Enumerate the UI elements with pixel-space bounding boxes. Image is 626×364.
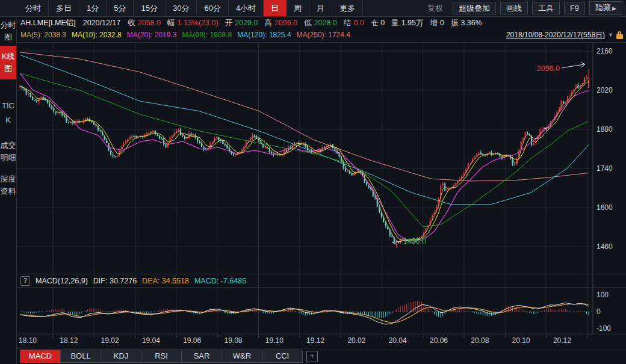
svg-text:1880: 1880	[597, 125, 613, 134]
period-tab-30min[interactable]: 30分	[166, 0, 197, 16]
indicator-tab-wr[interactable]: W&R	[222, 350, 262, 363]
svg-text:19.02: 19.02	[101, 336, 119, 345]
period-tab-15min[interactable]: 15分	[134, 0, 165, 16]
date-range-group: 2018/10/08-2020/12/17(558日) ▼	[506, 30, 626, 40]
quote-date: 2020/12/17	[83, 19, 121, 27]
period-tab-more[interactable]: 更多	[332, 0, 363, 16]
period-tab-day[interactable]: 日	[264, 0, 287, 16]
svg-text:19.04: 19.04	[142, 336, 160, 345]
sidebar-item-fenshitu[interactable]: 分时图	[0, 19, 16, 43]
svg-text:20.02: 20.02	[347, 336, 365, 345]
tools-button[interactable]: 工具	[532, 2, 560, 14]
quote-field-volume: 量1.95万	[391, 18, 423, 28]
svg-text:1460: 1460	[597, 242, 613, 251]
svg-text:1455.0: 1455.0	[403, 237, 426, 245]
svg-text:100: 100	[597, 291, 609, 299]
svg-text:20.12: 20.12	[553, 336, 571, 345]
ma-legend-5: MA(5): 2038.3	[20, 31, 66, 39]
sidebar-item-trade-detail[interactable]: 成交明细	[0, 140, 16, 164]
indicator-tab-rsi[interactable]: RSI	[141, 350, 182, 363]
quote-field-change: 幅1.13%(23.0)	[167, 18, 218, 28]
svg-text:1740: 1740	[597, 164, 613, 173]
ma-legend-250: MA(250): 1724.4	[297, 31, 350, 39]
svg-text:20.10: 20.10	[512, 336, 530, 345]
indicator-tab-cci[interactable]: CCI	[262, 350, 303, 363]
quote-field-increase: 增0	[430, 18, 444, 28]
ma-legend-10: MA(10): 2032.8	[72, 31, 122, 39]
quote-field-settle: 结0.0	[344, 18, 364, 28]
trading-terminal: 2160202018801740160014601000-10018.1018.…	[0, 0, 626, 364]
svg-text:19.10: 19.10	[265, 336, 284, 345]
symbol-name: AH.LME[LME铝]	[20, 18, 76, 28]
svg-text:20.04: 20.04	[389, 336, 407, 345]
svg-text:19.12: 19.12	[306, 336, 324, 345]
period-tab-duori[interactable]: 多日	[49, 0, 79, 16]
ma-legend-120: MA(120): 1825.4	[237, 31, 291, 39]
ma-legend-row: MA(5): 2038.3 MA(10): 2032.8 MA(20): 201…	[17, 29, 626, 41]
period-tab-fenshi[interactable]: 分时	[18, 0, 49, 16]
quote-row: AH.LME[LME铝] 2020/12/17 收2058.0 幅1.13%(2…	[17, 17, 626, 29]
period-toolbar: 分时 多日 1分 5分 15分 30分 60分 4小时 日 周 月 更多 复权 …	[0, 0, 626, 17]
indicator-tabs-bar: MACD BOLL KDJ RSI SAR W&R CCI +	[17, 348, 626, 364]
period-tab-5min[interactable]: 5分	[107, 0, 134, 16]
quote-field-close: 收2058.0	[128, 18, 161, 28]
svg-text:20.08: 20.08	[471, 336, 489, 345]
ma-legend-20: MA(20): 2019.3	[127, 31, 177, 39]
date-range-selector[interactable]: 2018/10/08-2020/12/17(558日)	[506, 30, 605, 40]
indicator-tab-macd[interactable]: MACD	[20, 350, 61, 363]
quote-field-position: 仓0	[371, 18, 385, 28]
svg-text:18.12: 18.12	[60, 336, 78, 345]
quote-field-high: 高2096.0	[264, 18, 297, 28]
help-icon[interactable]: ?	[20, 276, 30, 286]
svg-text:19.06: 19.06	[183, 336, 201, 345]
toolbar-right-group: 复权 超级叠加 画线 工具 F9 隐藏▶	[422, 0, 626, 16]
indicator-tab-kdj[interactable]: KDJ	[101, 350, 141, 363]
ma-legend-60: MA(60): 1908.8	[182, 31, 232, 39]
plus-icon[interactable]: +	[306, 351, 318, 362]
svg-text:1600: 1600	[597, 203, 613, 212]
chevron-right-icon: ▶	[612, 5, 616, 11]
draw-line-button[interactable]: 画线	[500, 2, 528, 14]
svg-text:2096.0: 2096.0	[537, 64, 560, 73]
period-tab-1min[interactable]: 1分	[79, 0, 107, 16]
macd-dif-value: DIF: 30.7276	[93, 277, 137, 285]
period-tab-4hour[interactable]: 4小时	[229, 0, 264, 16]
period-tab-week[interactable]: 周	[287, 0, 309, 16]
svg-text:2160: 2160	[597, 47, 613, 55]
period-tab-month[interactable]: 月	[309, 0, 332, 16]
svg-text:20.06: 20.06	[430, 336, 448, 345]
quote-field-amplitude: 振3.36%	[451, 18, 482, 28]
chart-type-sidebar: 分时图 K线图 TICK 成交明细 深度资料	[0, 17, 17, 364]
svg-text:0: 0	[597, 307, 601, 316]
svg-text:2020: 2020	[597, 86, 613, 94]
sidebar-item-tick[interactable]: TICK	[0, 99, 16, 128]
indicator-tab-boll[interactable]: BOLL	[60, 350, 101, 363]
svg-text:19.08: 19.08	[224, 336, 242, 345]
quote-field-open: 开2029.0	[225, 18, 258, 28]
chevron-down-icon[interactable]: ▼	[608, 32, 613, 38]
indicator-tab-sar[interactable]: SAR	[181, 350, 222, 363]
chart-canvas[interactable]: 2160202018801740160014601000-10018.1018.…	[0, 0, 626, 364]
macd-dea-value: DEA: 34.5518	[142, 277, 189, 285]
period-tab-60min[interactable]: 60分	[197, 0, 228, 16]
macd-indicator-name: MACD(12,26,9)	[36, 277, 88, 285]
f9-button[interactable]: F9	[564, 2, 585, 14]
svg-text:18.10: 18.10	[19, 336, 37, 345]
sidebar-item-depth-info[interactable]: 深度资料	[0, 173, 16, 197]
hide-button[interactable]: 隐藏▶	[589, 1, 622, 15]
super-overlay-button[interactable]: 超级叠加	[453, 2, 496, 14]
macd-hist-value: MACD: -7.6485	[194, 277, 246, 285]
fuquan-button[interactable]: 复权	[422, 2, 448, 14]
hide-button-label: 隐藏	[595, 3, 611, 12]
lock-icon[interactable]	[616, 31, 623, 39]
svg-text:-100: -100	[597, 324, 611, 333]
quote-field-low: 低2028.0	[304, 18, 337, 28]
sidebar-item-kline[interactable]: K线图	[0, 46, 16, 79]
macd-info-row: ? MACD(12,26,9) DIF: 30.7276 DEA: 34.551…	[17, 274, 626, 287]
